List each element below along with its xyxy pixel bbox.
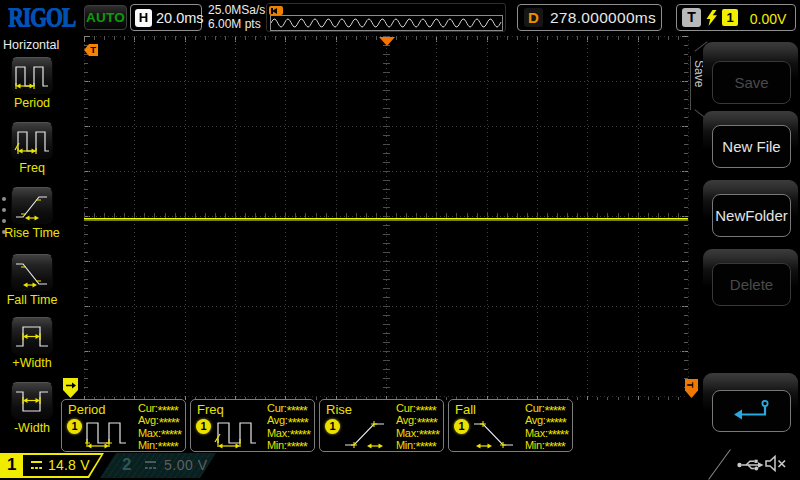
save-button[interactable]: Save bbox=[712, 61, 791, 104]
left-menu-item-plus-width[interactable] bbox=[11, 317, 53, 354]
dc-coupling-icon bbox=[144, 460, 157, 471]
speaker-muted-icon bbox=[764, 454, 788, 473]
left-menu-item-period[interactable] bbox=[11, 57, 53, 94]
ch1-trace bbox=[84, 218, 688, 221]
measurement-source-badge: 1 bbox=[196, 419, 211, 434]
left-menu-item-fall-time-label: Fall Time bbox=[0, 293, 64, 307]
menu-page-dot bbox=[2, 219, 6, 223]
left-menu-item-period-label: Period bbox=[0, 96, 64, 110]
fall-measure-icon bbox=[472, 415, 516, 451]
sample-rate-value: 25.0MSa/s bbox=[208, 3, 265, 17]
acquisition-info: 25.0MSa/s 6.00M pts bbox=[208, 3, 265, 31]
left-menu-title: Horizontal bbox=[3, 38, 59, 52]
rise-measure-icon bbox=[343, 415, 387, 451]
ch1-position-marker bbox=[63, 378, 78, 398]
statusbar-separator bbox=[708, 449, 731, 480]
left-menu-item-rise-time-label: Rise Time bbox=[0, 226, 64, 240]
measurement-stat-cur: Cur:***** bbox=[267, 402, 310, 414]
measurement-stat-min: Min:***** bbox=[525, 439, 568, 451]
return-arrow-icon bbox=[730, 398, 774, 424]
usb-icon bbox=[737, 457, 765, 472]
oscilloscope-screen: RIGOL AUTO H 20.0ms 25.0MSa/s 6.00M pts … bbox=[0, 0, 800, 480]
memory-depth-value: 6.00M pts bbox=[208, 17, 265, 31]
measurement-stat-min: Min:***** bbox=[396, 439, 439, 451]
menu-page-dot bbox=[2, 197, 6, 201]
left-menu-item-fall-time[interactable] bbox=[11, 254, 53, 291]
waveform-preview bbox=[266, 3, 506, 32]
trigger-level-value: 0.00V bbox=[743, 11, 793, 27]
trigger-status-panel: T 1 0.00V bbox=[676, 4, 796, 31]
left-menu-item-minus-width[interactable] bbox=[11, 382, 53, 419]
timebase-value: 20.0ms bbox=[156, 10, 204, 26]
preview-position-marker bbox=[269, 6, 283, 15]
left-arrow-icon bbox=[272, 8, 277, 14]
graticule bbox=[84, 36, 688, 396]
trigger-badge: T bbox=[682, 8, 701, 27]
freq-icon bbox=[14, 125, 50, 157]
menu-page-dot bbox=[2, 208, 6, 212]
left-menu-item-plus-width-label: +Width bbox=[0, 356, 64, 370]
measurement-panel-fall[interactable]: Fall 1 Cur:***** Avg:***** Max:***** Min… bbox=[448, 399, 573, 452]
run-status-badge: AUTO bbox=[84, 5, 127, 30]
preview-sine-icon bbox=[271, 16, 502, 30]
new-file-button[interactable]: New File bbox=[712, 125, 791, 168]
measurement-source-badge: 1 bbox=[454, 419, 469, 434]
left-menu-item-rise-time[interactable] bbox=[11, 187, 53, 224]
measurement-panel-rise[interactable]: Rise 1 Cur:***** Avg:***** Max:***** Min… bbox=[319, 399, 444, 452]
measurement-stat-min: Min:***** bbox=[138, 439, 181, 451]
horizontal-badge: H bbox=[135, 9, 152, 27]
measurement-stat-avg: Avg:***** bbox=[267, 414, 310, 426]
period-measure-icon bbox=[85, 415, 129, 451]
freq-measure-icon bbox=[214, 415, 258, 451]
measurement-stat-avg: Avg:***** bbox=[525, 414, 568, 426]
measurement-stat-cur: Cur:***** bbox=[138, 402, 181, 414]
delay-value: 278.000000ms bbox=[548, 9, 658, 27]
minus-width-icon bbox=[14, 385, 50, 417]
dc-coupling-icon bbox=[30, 460, 43, 471]
delay-badge: D bbox=[524, 8, 543, 27]
rise-time-icon bbox=[14, 190, 50, 222]
channel2-badge[interactable]: 2 5.00 V bbox=[100, 453, 216, 478]
channel1-number: 1 bbox=[7, 455, 16, 475]
horizontal-status-panel: H 20.0ms bbox=[130, 4, 202, 31]
right-arrow-icon bbox=[65, 381, 77, 390]
measurement-panel-period[interactable]: Period 1 Cur:***** Avg:***** Max:***** M… bbox=[61, 399, 186, 452]
back-button[interactable] bbox=[712, 390, 791, 432]
channel2-scale: 5.00 V bbox=[164, 457, 207, 473]
measurement-stat-avg: Avg:***** bbox=[396, 414, 439, 426]
preview-wave-panel bbox=[270, 15, 503, 31]
measurement-stat-min: Min:***** bbox=[267, 439, 310, 451]
measurement-stat-cur: Cur:***** bbox=[396, 402, 439, 414]
left-menu-item-freq-label: Freq bbox=[0, 161, 64, 175]
channel1-scale: 14.8 V bbox=[48, 457, 90, 473]
rigol-logo: RIGOL bbox=[8, 1, 75, 33]
plus-width-icon bbox=[14, 320, 50, 352]
measurement-source-badge: 1 bbox=[67, 419, 82, 434]
measurement-stat-avg: Avg:***** bbox=[138, 414, 181, 426]
measurement-source-badge: 1 bbox=[325, 419, 340, 434]
measurement-panel-freq[interactable]: Freq 1 Cur:***** Avg:***** Max:***** Min… bbox=[190, 399, 315, 452]
delay-panel: D 278.000000ms bbox=[517, 4, 662, 31]
left-menu-item-freq[interactable] bbox=[11, 122, 53, 159]
measurement-stat-cur: Cur:***** bbox=[525, 402, 568, 414]
new-folder-button[interactable]: NewFolder bbox=[712, 194, 791, 237]
trigger-slope-icon bbox=[706, 10, 718, 27]
trigger-source-badge: 1 bbox=[722, 9, 738, 26]
left-menu-item-minus-width-label: -Width bbox=[0, 421, 64, 435]
delete-button[interactable]: Delete bbox=[712, 263, 791, 306]
channel2-number: 2 bbox=[122, 455, 131, 475]
period-icon bbox=[14, 60, 50, 92]
fall-time-icon bbox=[14, 257, 50, 289]
trigger-center-marker bbox=[379, 37, 395, 46]
channel1-badge[interactable]: 1 14.8 V bbox=[0, 453, 104, 478]
